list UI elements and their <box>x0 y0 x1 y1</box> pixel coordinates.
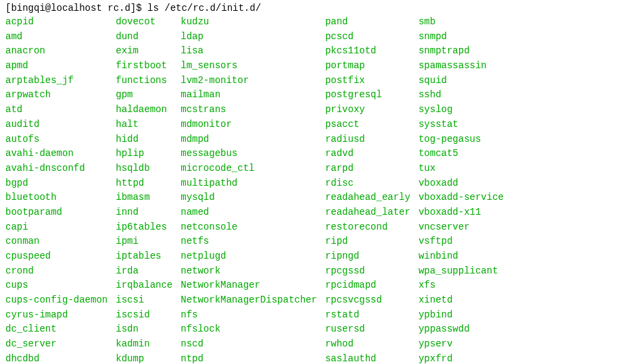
file-entry: irqbalance <box>116 278 172 293</box>
file-entry: kdump <box>116 352 172 364</box>
file-entry: kadmin <box>116 337 172 352</box>
file-entry: lvm2-monitor <box>181 74 317 88</box>
file-entry: cups-config-daemon <box>5 293 108 308</box>
file-entry: iscsid <box>116 308 172 323</box>
file-entry: pand <box>325 15 410 30</box>
file-entry: smb <box>419 15 504 30</box>
file-entry: ldap <box>181 30 317 45</box>
file-entry: apmd <box>5 59 108 74</box>
file-entry: snmptrapd <box>419 44 504 59</box>
listing-column-0: acpidamdanacronapmdarptables_jfarpwatcha… <box>5 15 108 364</box>
file-entry: acpid <box>5 15 108 30</box>
file-entry: named <box>181 205 317 220</box>
file-entry: xinetd <box>419 293 504 308</box>
file-entry: auditd <box>5 118 108 132</box>
file-entry: ip6tables <box>116 220 172 235</box>
file-entry: dc_server <box>5 337 108 352</box>
file-entry: yppasswdd <box>419 322 504 337</box>
file-entry: crond <box>5 264 108 279</box>
file-entry: pcscd <box>325 30 410 45</box>
file-entry: nfs <box>181 308 317 323</box>
file-entry: tomcat5 <box>419 147 504 161</box>
file-entry: cups <box>5 278 108 293</box>
shell-prompt: [bingqi@localhost rc.d]$ ls /etc/rc.d/in… <box>5 3 613 14</box>
file-entry: readahead_early <box>325 190 410 205</box>
file-entry: squid <box>419 74 504 88</box>
file-entry: mysqld <box>181 190 317 205</box>
file-entry: innd <box>116 205 172 220</box>
file-entry: rusersd <box>325 322 410 337</box>
file-entry: ypxfrd <box>419 352 504 364</box>
file-entry: vsftpd <box>419 234 504 249</box>
file-entry: dund <box>116 30 172 45</box>
file-entry: halt <box>116 118 172 132</box>
file-entry: dhcdbd <box>5 352 108 364</box>
file-entry: psacct <box>325 118 410 132</box>
file-entry: network <box>181 264 317 279</box>
file-entry: hplip <box>116 147 172 161</box>
listing-column-4: smbsnmpdsnmptrapdspamassassinsquidsshdsy… <box>419 15 504 364</box>
file-entry: nscd <box>181 337 317 352</box>
file-entry: irda <box>116 264 172 279</box>
file-entry: bgpd <box>5 176 108 191</box>
file-entry: multipathd <box>181 176 317 191</box>
file-entry: ntpd <box>181 352 317 364</box>
file-entry: sysstat <box>419 118 504 132</box>
file-entry: postgresql <box>325 88 410 103</box>
file-entry: NetworkManager <box>181 278 317 293</box>
file-entry: mcstrans <box>181 103 317 118</box>
file-entry: bluetooth <box>5 190 108 205</box>
listing-column-3: pandpcscdpkcs11otdportmappostfixpostgres… <box>325 15 410 364</box>
file-entry: hidd <box>116 132 172 147</box>
file-entry: iscsi <box>116 293 172 308</box>
file-entry: dovecot <box>116 15 172 30</box>
file-entry: snmpd <box>419 30 504 45</box>
file-entry: radvd <box>325 147 410 161</box>
file-entry: vboxadd-x11 <box>419 205 504 220</box>
file-entry: arptables_jf <box>5 74 108 88</box>
file-entry: restorecond <box>325 220 410 235</box>
file-entry: arpwatch <box>5 88 108 103</box>
file-entry: firstboot <box>116 59 172 74</box>
file-entry: anacron <box>5 44 108 59</box>
file-entry: cpuspeed <box>5 249 108 264</box>
file-entry: avahi-daemon <box>5 147 108 161</box>
file-entry: capi <box>5 220 108 235</box>
file-entry: netfs <box>181 234 317 249</box>
file-entry: winbind <box>419 249 504 264</box>
file-entry: tog-pegasus <box>419 132 504 147</box>
file-entry: exim <box>116 44 172 59</box>
file-entry: dc_client <box>5 322 108 337</box>
file-entry: haldaemon <box>116 103 172 118</box>
file-entry: hsqldb <box>116 161 172 176</box>
file-entry: rarpd <box>325 161 410 176</box>
directory-listing: acpidamdanacronapmdarptables_jfarpwatcha… <box>5 15 613 364</box>
file-entry: atd <box>5 103 108 118</box>
file-entry: rdisc <box>325 176 410 191</box>
file-entry: iptables <box>116 249 172 264</box>
file-entry: conman <box>5 234 108 249</box>
file-entry: isdn <box>116 322 172 337</box>
file-entry: messagebus <box>181 147 317 161</box>
file-entry: avahi-dnsconfd <box>5 161 108 176</box>
file-entry: rstatd <box>325 308 410 323</box>
file-entry: vncserver <box>419 220 504 235</box>
file-entry: autofs <box>5 132 108 147</box>
file-entry: ipmi <box>116 234 172 249</box>
file-entry: radiusd <box>325 132 410 147</box>
file-entry: functions <box>116 74 172 88</box>
file-entry: rwhod <box>325 337 410 352</box>
file-entry: amd <box>5 30 108 45</box>
file-entry: postfix <box>325 74 410 88</box>
file-entry: microcode_ctl <box>181 161 317 176</box>
file-entry: vboxadd <box>419 176 504 191</box>
file-entry: wpa_supplicant <box>419 264 504 279</box>
file-entry: ypserv <box>419 337 504 352</box>
file-entry: lisa <box>181 44 317 59</box>
listing-column-2: kudzuldaplisalm_sensorslvm2-monitormailm… <box>181 15 317 364</box>
file-entry: cyrus-imapd <box>5 308 108 323</box>
file-entry: mdmpd <box>181 132 317 147</box>
file-entry: ypbind <box>419 308 504 323</box>
file-entry: lm_sensors <box>181 59 317 74</box>
listing-column-1: dovecotdundeximfirstbootfunctionsgpmhald… <box>116 15 172 364</box>
